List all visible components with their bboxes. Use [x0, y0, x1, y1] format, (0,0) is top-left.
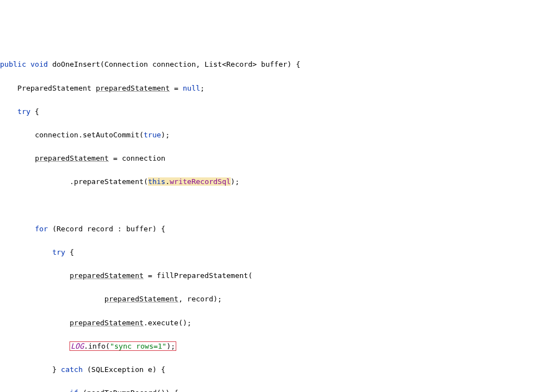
- code-line: try {: [0, 106, 546, 117]
- code-line: } catch (SQLException e) {: [0, 364, 546, 375]
- keyword-if: if: [70, 389, 78, 392]
- code-line: PreparedStatement preparedStatement = nu…: [0, 82, 546, 94]
- text: , record);: [178, 295, 222, 303]
- text: =: [170, 84, 182, 92]
- text: );: [231, 177, 240, 186]
- code-line: preparedStatement = fillPreparedStatemen…: [0, 270, 546, 281]
- code-line: preparedStatement = connection: [0, 152, 546, 164]
- log-field: LOG: [71, 342, 83, 350]
- keyword-void: void: [31, 60, 48, 68]
- keyword-try: try: [52, 248, 65, 256]
- code-line: .prepareStatement(this.writeRecordSql);: [0, 176, 546, 187]
- text: ;: [200, 84, 205, 92]
- code-line: connection.setAutoCommit(true);: [0, 129, 546, 141]
- variable: preparedStatement: [96, 84, 170, 92]
- code-line: try {: [0, 246, 546, 258]
- variable: preparedStatement: [35, 154, 109, 162]
- text: = connection: [109, 154, 166, 162]
- text: (Record record : buffer) {: [48, 225, 165, 233]
- text: {: [65, 248, 74, 256]
- text: .execute();: [143, 319, 191, 327]
- variable: preparedStatement: [70, 271, 143, 280]
- text: );: [161, 131, 170, 139]
- field: writeRecordSql: [170, 177, 231, 186]
- code-line: LOG.info("sync rows=1");: [0, 340, 546, 352]
- code-line: public void doOneInsert(Connection conne…: [0, 58, 546, 70]
- keyword-this: this: [148, 177, 165, 186]
- variable: preparedStatement: [105, 295, 178, 303]
- text: {: [31, 107, 39, 116]
- keyword-try: try: [17, 107, 30, 116]
- code-line: [0, 200, 546, 211]
- highlight-red-box: LOG.info("sync rows=1");: [70, 341, 176, 351]
- text: (SQLException e) {: [83, 365, 166, 374]
- code-line: preparedStatement, record);: [0, 293, 546, 305]
- method-name: doOneInsert: [52, 60, 100, 68]
- keyword-true: true: [143, 131, 161, 139]
- code-editor[interactable]: public void doOneInsert(Connection conne…: [0, 47, 546, 392]
- highlight-yellow: this.writeRecordSql: [148, 177, 231, 186]
- text: = fillPreparedStatement(: [143, 271, 252, 280]
- keyword-public: public: [0, 60, 26, 68]
- text: }: [52, 365, 61, 374]
- string: "sync rows=1": [110, 342, 167, 350]
- text: (needToDumpRecord()) {: [78, 389, 178, 392]
- text: .info(: [84, 342, 110, 350]
- code-line: if (needToDumpRecord()) {: [0, 387, 546, 392]
- text: connection.setAutoCommit(: [35, 131, 144, 139]
- variable: preparedStatement: [70, 319, 143, 327]
- params: (Connection connection, List<Record> buf…: [100, 60, 300, 68]
- keyword-null: null: [183, 84, 200, 92]
- keyword-catch: catch: [61, 365, 83, 374]
- text: );: [166, 342, 175, 350]
- type: PreparedStatement: [17, 84, 96, 92]
- keyword-for: for: [35, 225, 48, 233]
- code-line: for (Record record : buffer) {: [0, 223, 546, 235]
- text: .prepareStatement(: [70, 177, 148, 186]
- code-line: preparedStatement.execute();: [0, 317, 546, 329]
